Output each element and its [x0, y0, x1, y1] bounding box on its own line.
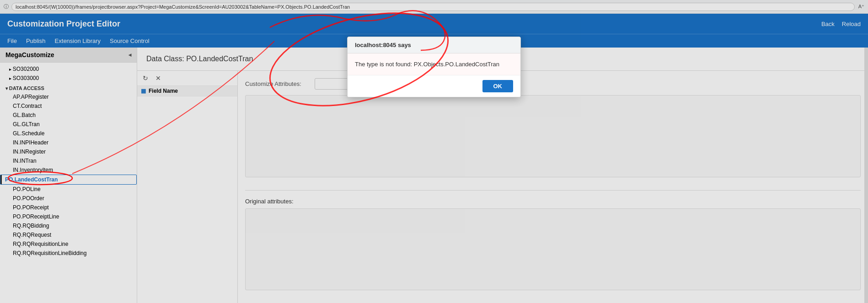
dialog-footer: OK [348, 75, 520, 97]
dialog-title: localhost:8045 says [348, 37, 520, 53]
dialog-message: The type is not found: PX.Objects.PO.Lan… [355, 61, 499, 68]
dialog-overlay: localhost:8045 says The type is not foun… [0, 0, 868, 303]
dialog-body: The type is not found: PX.Objects.PO.Lan… [348, 53, 520, 75]
ok-button[interactable]: OK [482, 80, 514, 92]
dialog-box: localhost:8045 says The type is not foun… [347, 37, 521, 97]
